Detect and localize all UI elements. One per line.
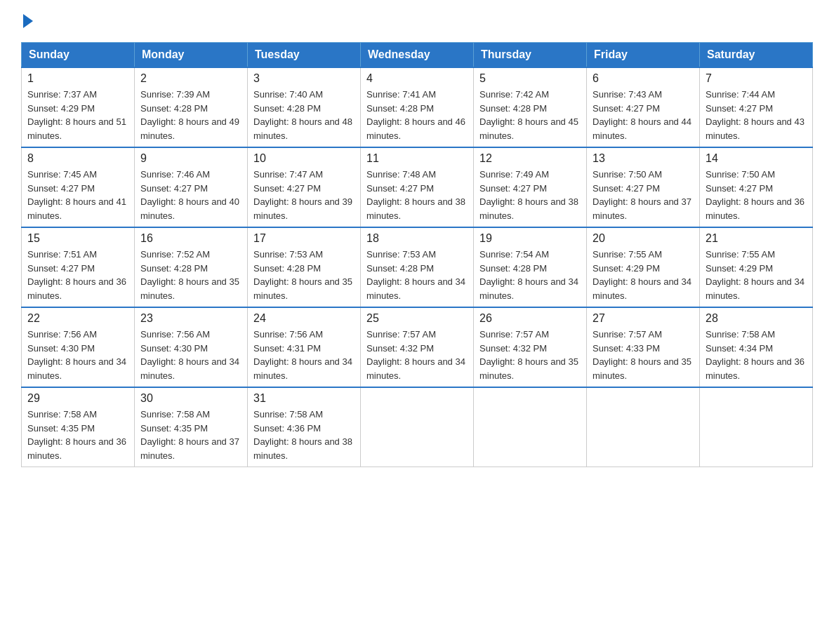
day-cell-20: 20 Sunrise: 7:55 AMSunset: 4:29 PMDaylig… <box>587 227 700 307</box>
day-number: 3 <box>253 72 355 85</box>
day-number: 27 <box>593 312 694 325</box>
day-info: Sunrise: 7:50 AMSunset: 4:27 PMDaylight:… <box>706 169 805 221</box>
day-info: Sunrise: 7:53 AMSunset: 4:28 PMDaylight:… <box>253 249 352 301</box>
week-row-2: 8 Sunrise: 7:45 AMSunset: 4:27 PMDayligh… <box>22 147 813 227</box>
day-cell-25: 25 Sunrise: 7:57 AMSunset: 4:32 PMDaylig… <box>361 307 474 387</box>
logo <box>21 14 33 28</box>
day-cell-3: 3 Sunrise: 7:40 AMSunset: 4:28 PMDayligh… <box>248 67 361 147</box>
day-number: 4 <box>366 72 468 85</box>
day-cell-31: 31 Sunrise: 7:58 AMSunset: 4:36 PMDaylig… <box>248 387 361 467</box>
day-info: Sunrise: 7:52 AMSunset: 4:28 PMDaylight:… <box>140 249 239 301</box>
day-number: 31 <box>253 392 355 405</box>
day-cell-21: 21 Sunrise: 7:55 AMSunset: 4:29 PMDaylig… <box>700 227 813 307</box>
day-number: 7 <box>706 72 807 85</box>
day-info: Sunrise: 7:56 AMSunset: 4:30 PMDaylight:… <box>27 329 126 381</box>
empty-cell <box>587 387 700 467</box>
day-cell-15: 15 Sunrise: 7:51 AMSunset: 4:27 PMDaylig… <box>22 227 135 307</box>
day-number: 9 <box>140 152 241 165</box>
day-cell-16: 16 Sunrise: 7:52 AMSunset: 4:28 PMDaylig… <box>135 227 248 307</box>
day-number: 15 <box>27 232 128 245</box>
day-info: Sunrise: 7:56 AMSunset: 4:30 PMDaylight:… <box>140 329 239 381</box>
day-number: 16 <box>140 232 241 245</box>
week-row-4: 22 Sunrise: 7:56 AMSunset: 4:30 PMDaylig… <box>22 307 813 387</box>
day-info: Sunrise: 7:48 AMSunset: 4:27 PMDaylight:… <box>366 169 465 221</box>
day-cell-8: 8 Sunrise: 7:45 AMSunset: 4:27 PMDayligh… <box>22 147 135 227</box>
day-cell-10: 10 Sunrise: 7:47 AMSunset: 4:27 PMDaylig… <box>248 147 361 227</box>
day-number: 23 <box>140 312 241 325</box>
day-info: Sunrise: 7:53 AMSunset: 4:28 PMDaylight:… <box>366 249 465 301</box>
day-info: Sunrise: 7:58 AMSunset: 4:35 PMDaylight:… <box>27 409 126 461</box>
empty-cell <box>361 387 474 467</box>
day-info: Sunrise: 7:58 AMSunset: 4:35 PMDaylight:… <box>140 409 239 461</box>
week-row-3: 15 Sunrise: 7:51 AMSunset: 4:27 PMDaylig… <box>22 227 813 307</box>
day-info: Sunrise: 7:45 AMSunset: 4:27 PMDaylight:… <box>27 169 126 221</box>
day-cell-24: 24 Sunrise: 7:56 AMSunset: 4:31 PMDaylig… <box>248 307 361 387</box>
day-cell-27: 27 Sunrise: 7:57 AMSunset: 4:33 PMDaylig… <box>587 307 700 387</box>
day-cell-17: 17 Sunrise: 7:53 AMSunset: 4:28 PMDaylig… <box>248 227 361 307</box>
day-info: Sunrise: 7:42 AMSunset: 4:28 PMDaylight:… <box>479 89 578 141</box>
weekday-header-wednesday: Wednesday <box>361 43 474 68</box>
page-header <box>21 14 813 28</box>
day-info: Sunrise: 7:57 AMSunset: 4:33 PMDaylight:… <box>593 329 691 381</box>
day-info: Sunrise: 7:39 AMSunset: 4:28 PMDaylight:… <box>140 89 239 141</box>
day-number: 25 <box>366 312 468 325</box>
day-info: Sunrise: 7:37 AMSunset: 4:29 PMDaylight:… <box>27 89 126 141</box>
day-cell-1: 1 Sunrise: 7:37 AMSunset: 4:29 PMDayligh… <box>22 67 135 147</box>
day-number: 5 <box>479 72 581 85</box>
day-info: Sunrise: 7:47 AMSunset: 4:27 PMDaylight:… <box>253 169 352 221</box>
week-row-1: 1 Sunrise: 7:37 AMSunset: 4:29 PMDayligh… <box>22 67 813 147</box>
day-info: Sunrise: 7:43 AMSunset: 4:27 PMDaylight:… <box>593 89 691 141</box>
day-cell-2: 2 Sunrise: 7:39 AMSunset: 4:28 PMDayligh… <box>135 67 248 147</box>
day-number: 19 <box>479 232 581 245</box>
day-number: 6 <box>593 72 694 85</box>
day-cell-7: 7 Sunrise: 7:44 AMSunset: 4:27 PMDayligh… <box>700 67 813 147</box>
day-number: 18 <box>366 232 468 245</box>
day-info: Sunrise: 7:57 AMSunset: 4:32 PMDaylight:… <box>366 329 465 381</box>
weekday-header-thursday: Thursday <box>474 43 587 68</box>
day-number: 14 <box>706 152 807 165</box>
day-number: 10 <box>253 152 355 165</box>
day-number: 13 <box>593 152 694 165</box>
day-cell-5: 5 Sunrise: 7:42 AMSunset: 4:28 PMDayligh… <box>474 67 587 147</box>
day-info: Sunrise: 7:51 AMSunset: 4:27 PMDaylight:… <box>27 249 126 301</box>
day-cell-6: 6 Sunrise: 7:43 AMSunset: 4:27 PMDayligh… <box>587 67 700 147</box>
day-info: Sunrise: 7:57 AMSunset: 4:32 PMDaylight:… <box>479 329 578 381</box>
day-cell-22: 22 Sunrise: 7:56 AMSunset: 4:30 PMDaylig… <box>22 307 135 387</box>
day-number: 28 <box>706 312 807 325</box>
day-number: 29 <box>27 392 128 405</box>
day-cell-9: 9 Sunrise: 7:46 AMSunset: 4:27 PMDayligh… <box>135 147 248 227</box>
day-cell-28: 28 Sunrise: 7:58 AMSunset: 4:34 PMDaylig… <box>700 307 813 387</box>
calendar-table: SundayMondayTuesdayWednesdayThursdayFrid… <box>21 42 813 467</box>
day-cell-14: 14 Sunrise: 7:50 AMSunset: 4:27 PMDaylig… <box>700 147 813 227</box>
empty-cell <box>474 387 587 467</box>
day-info: Sunrise: 7:41 AMSunset: 4:28 PMDaylight:… <box>366 89 465 141</box>
day-cell-30: 30 Sunrise: 7:58 AMSunset: 4:35 PMDaylig… <box>135 387 248 467</box>
day-info: Sunrise: 7:58 AMSunset: 4:34 PMDaylight:… <box>706 329 805 381</box>
day-number: 17 <box>253 232 355 245</box>
weekday-header-row: SundayMondayTuesdayWednesdayThursdayFrid… <box>22 43 813 68</box>
day-info: Sunrise: 7:49 AMSunset: 4:27 PMDaylight:… <box>479 169 578 221</box>
day-number: 22 <box>27 312 128 325</box>
day-number: 20 <box>593 232 694 245</box>
day-cell-26: 26 Sunrise: 7:57 AMSunset: 4:32 PMDaylig… <box>474 307 587 387</box>
day-info: Sunrise: 7:55 AMSunset: 4:29 PMDaylight:… <box>593 249 691 301</box>
day-info: Sunrise: 7:56 AMSunset: 4:31 PMDaylight:… <box>253 329 352 381</box>
day-cell-12: 12 Sunrise: 7:49 AMSunset: 4:27 PMDaylig… <box>474 147 587 227</box>
weekday-header-sunday: Sunday <box>22 43 135 68</box>
day-cell-29: 29 Sunrise: 7:58 AMSunset: 4:35 PMDaylig… <box>22 387 135 467</box>
day-cell-11: 11 Sunrise: 7:48 AMSunset: 4:27 PMDaylig… <box>361 147 474 227</box>
day-number: 30 <box>140 392 241 405</box>
day-number: 8 <box>27 152 128 165</box>
logo-arrow-icon <box>23 14 33 28</box>
weekday-header-saturday: Saturday <box>700 43 813 68</box>
day-info: Sunrise: 7:54 AMSunset: 4:28 PMDaylight:… <box>479 249 578 301</box>
day-cell-18: 18 Sunrise: 7:53 AMSunset: 4:28 PMDaylig… <box>361 227 474 307</box>
day-number: 11 <box>366 152 468 165</box>
day-info: Sunrise: 7:55 AMSunset: 4:29 PMDaylight:… <box>706 249 805 301</box>
day-number: 24 <box>253 312 355 325</box>
day-number: 12 <box>479 152 581 165</box>
weekday-header-monday: Monday <box>135 43 248 68</box>
day-cell-4: 4 Sunrise: 7:41 AMSunset: 4:28 PMDayligh… <box>361 67 474 147</box>
weekday-header-friday: Friday <box>587 43 700 68</box>
day-cell-19: 19 Sunrise: 7:54 AMSunset: 4:28 PMDaylig… <box>474 227 587 307</box>
